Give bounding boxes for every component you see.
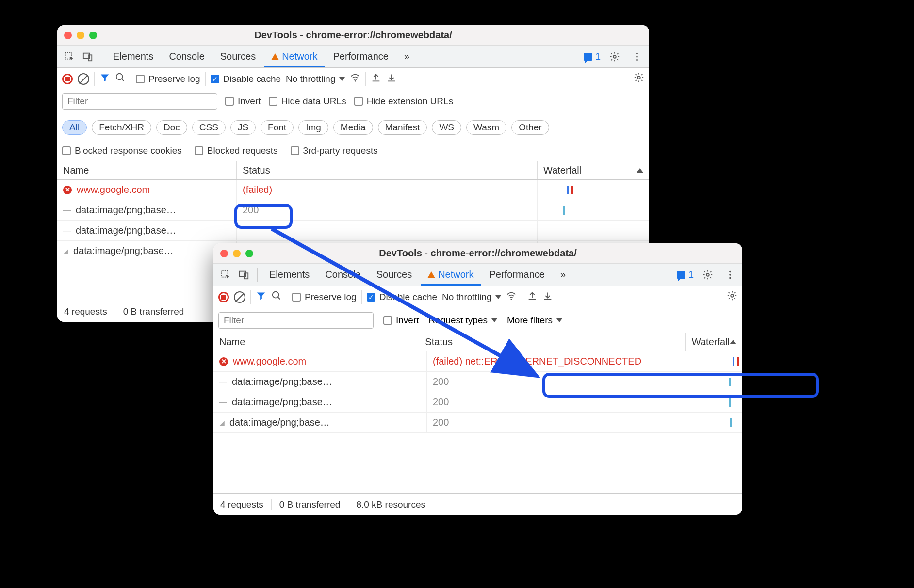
network-settings-icon[interactable] [634, 72, 644, 85]
device-toggle-icon[interactable] [236, 267, 252, 283]
pill-other[interactable]: Other [511, 120, 549, 135]
zoom-window-button[interactable] [245, 250, 253, 257]
filter-toggle-icon[interactable] [99, 72, 110, 85]
close-window-button[interactable] [220, 250, 228, 257]
pill-js[interactable]: JS [230, 120, 256, 135]
download-har-icon[interactable] [542, 290, 553, 303]
disable-cache-checkbox[interactable]: ✓Disable cache [211, 74, 281, 84]
tab-sources[interactable]: Sources [213, 46, 262, 67]
throttling-select[interactable]: No throttling [442, 292, 501, 302]
pill-fetchxhr[interactable]: Fetch/XHR [92, 120, 151, 135]
col-status[interactable]: Status [419, 333, 686, 351]
tab-console[interactable]: Console [318, 264, 367, 286]
request-types-dropdown[interactable]: Request types [429, 315, 497, 326]
titlebar[interactable]: DevTools - chrome-error://chromewebdata/ [57, 25, 649, 46]
preserve-log-checkbox[interactable]: Preserve log [136, 74, 200, 84]
image-icon: ◢ [219, 419, 225, 427]
invert-checkbox[interactable]: Invert [383, 315, 419, 326]
preserve-log-checkbox[interactable]: Preserve log [292, 292, 357, 302]
settings-icon[interactable] [606, 48, 623, 65]
svg-point-16 [729, 277, 731, 279]
divider [101, 50, 101, 64]
settings-icon[interactable] [700, 267, 716, 283]
request-name: data:image/png;base… [76, 205, 176, 216]
table-row[interactable]: —data:image/png;base… 200 [213, 372, 742, 392]
dash-icon: — [63, 226, 71, 235]
search-icon[interactable] [115, 72, 126, 85]
table-row[interactable]: ◢data:image/png;base… 200 [213, 413, 742, 433]
table-row[interactable]: —data:image/png;base… 200 [57, 200, 649, 221]
close-window-button[interactable] [64, 32, 72, 39]
titlebar[interactable]: DevTools - chrome-error://chromewebdata/ [213, 243, 742, 264]
pill-img[interactable]: Img [298, 120, 328, 135]
tabs-overflow[interactable]: » [554, 264, 572, 286]
pill-doc[interactable]: Doc [156, 120, 187, 135]
tab-performance[interactable]: Performance [326, 46, 396, 67]
col-name[interactable]: Name [213, 333, 419, 351]
network-conditions-icon[interactable] [506, 290, 517, 303]
tab-sources[interactable]: Sources [370, 264, 419, 286]
col-name[interactable]: Name [57, 161, 237, 179]
tab-network[interactable]: Network [421, 264, 480, 286]
clear-button[interactable] [234, 291, 245, 303]
tab-console[interactable]: Console [162, 46, 211, 67]
network-toolbar: Preserve log ✓Disable cache No throttlin… [213, 286, 742, 308]
upload-har-icon[interactable] [371, 72, 381, 85]
tab-elements[interactable]: Elements [106, 46, 160, 67]
traffic-lights [64, 32, 97, 39]
table-row[interactable]: ✕www.google.com (failed) net::ERR_INTERN… [213, 351, 742, 372]
tabs-overflow[interactable]: » [397, 46, 416, 67]
pill-manifest[interactable]: Manifest [378, 120, 427, 135]
kebab-icon[interactable] [722, 267, 738, 283]
issues-button[interactable]: 1 [677, 269, 694, 280]
pill-css[interactable]: CSS [192, 120, 226, 135]
pill-ws[interactable]: WS [432, 120, 461, 135]
issues-button[interactable]: 1 [584, 51, 601, 62]
hide-data-urls-checkbox[interactable]: Hide data URLs [269, 96, 346, 107]
table-row[interactable]: ✕www.google.com (failed) [57, 180, 649, 200]
record-button[interactable] [62, 74, 73, 84]
record-button[interactable] [218, 292, 229, 302]
tab-network[interactable]: Network [264, 46, 324, 67]
table-row[interactable]: —data:image/png;base… 200 [213, 392, 742, 413]
pill-all[interactable]: All [62, 120, 87, 135]
inspect-icon[interactable] [61, 48, 78, 65]
network-settings-icon[interactable] [727, 290, 737, 303]
pill-wasm[interactable]: Wasm [466, 120, 506, 135]
third-party-checkbox[interactable]: 3rd-party requests [291, 145, 378, 156]
kebab-icon[interactable] [629, 48, 645, 65]
issues-count: 1 [688, 269, 694, 280]
pill-font[interactable]: Font [261, 120, 294, 135]
invert-checkbox[interactable]: Invert [225, 96, 261, 107]
download-har-icon[interactable] [386, 72, 397, 85]
filter-input[interactable] [62, 93, 217, 110]
disable-cache-checkbox[interactable]: ✓Disable cache [367, 292, 437, 302]
col-waterfall[interactable]: Waterfall [686, 333, 742, 351]
device-toggle-icon[interactable] [80, 48, 96, 65]
throttling-select[interactable]: No throttling [286, 74, 345, 84]
devtools-tabbar: Elements Console Sources Network Perform… [57, 46, 649, 68]
filterbar: Invert Hide data URLs Hide extension URL… [57, 90, 649, 161]
minimize-window-button[interactable] [233, 250, 241, 257]
blocked-cookies-checkbox[interactable]: Blocked response cookies [62, 145, 182, 156]
filter-toggle-icon[interactable] [256, 290, 266, 303]
upload-har-icon[interactable] [527, 290, 538, 303]
filter-input[interactable] [218, 312, 374, 329]
minimize-window-button[interactable] [77, 32, 84, 39]
col-waterfall[interactable]: Waterfall [538, 161, 649, 179]
tab-elements[interactable]: Elements [262, 264, 316, 286]
tab-performance[interactable]: Performance [483, 264, 552, 286]
network-conditions-icon[interactable] [350, 72, 360, 85]
separator [287, 290, 287, 304]
network-grid-body: ✕www.google.com (failed) net::ERR_INTERN… [213, 351, 742, 433]
table-row[interactable]: —data:image/png;base… [57, 221, 649, 241]
more-filters-dropdown[interactable]: More filters [507, 315, 562, 326]
col-status[interactable]: Status [237, 161, 538, 179]
clear-button[interactable] [78, 73, 89, 85]
zoom-window-button[interactable] [89, 32, 97, 39]
hide-extension-urls-checkbox[interactable]: Hide extension URLs [354, 96, 453, 107]
inspect-icon[interactable] [217, 267, 234, 283]
search-icon[interactable] [271, 290, 282, 303]
pill-media[interactable]: Media [333, 120, 373, 135]
blocked-requests-checkbox[interactable]: Blocked requests [195, 145, 278, 156]
